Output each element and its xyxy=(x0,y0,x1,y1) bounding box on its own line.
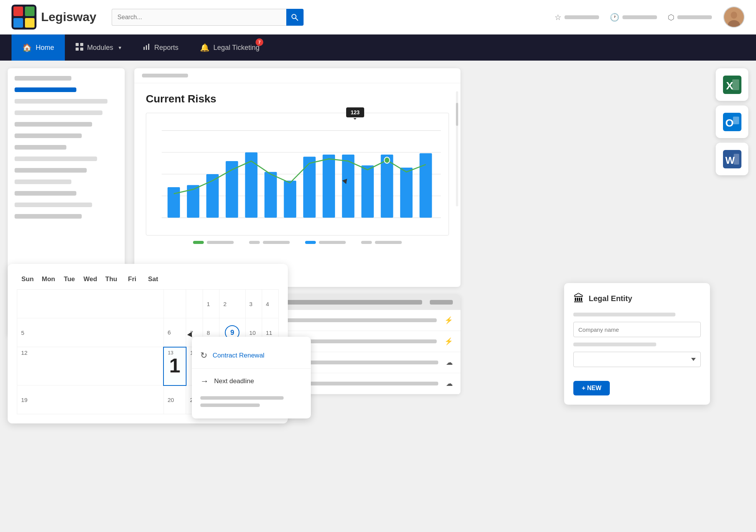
svg-rect-27 xyxy=(264,172,277,217)
legend-label xyxy=(375,241,402,244)
legal-entity-panel: 🏛 Legal Entity + NEW xyxy=(564,283,710,405)
svg-rect-39 xyxy=(732,79,739,90)
cal-day-mon: Mon xyxy=(38,273,59,285)
legend-label xyxy=(319,241,346,244)
logo-area: Legisway xyxy=(12,5,96,30)
cal-cell-20[interactable]: 20 xyxy=(163,385,186,414)
nav-item-home[interactable]: 🏠 Home xyxy=(12,35,65,61)
svg-rect-45 xyxy=(734,154,739,165)
nav-legal-ticketing-label: Legal Ticketing xyxy=(213,44,259,52)
new-entity-button[interactable]: + NEW xyxy=(573,381,610,395)
cal-cell-6[interactable]: 6 xyxy=(163,318,186,347)
calendar-popup: ↻ Contract Renewal → Next deadline xyxy=(192,337,311,418)
cal-cell-2[interactable]: 2 xyxy=(219,290,245,318)
search-input[interactable] xyxy=(112,9,286,26)
legend-item-bar xyxy=(305,241,346,244)
avatar-image xyxy=(724,7,744,27)
cal-day-fri: Fri xyxy=(122,273,143,285)
next-deadline-label: Next deadline xyxy=(214,377,254,385)
svg-rect-10 xyxy=(76,43,79,46)
sidebar-subitem[interactable] xyxy=(15,99,107,104)
sidebar-subitem[interactable] xyxy=(15,110,102,115)
cal-cell-19[interactable]: 19 xyxy=(17,385,164,414)
modules-icon xyxy=(76,43,83,53)
chart-tooltip: 123 xyxy=(346,107,364,117)
svg-rect-42 xyxy=(733,117,739,124)
sidebar-item[interactable] xyxy=(15,76,71,81)
legend-label xyxy=(263,241,290,244)
cal-cell xyxy=(163,290,186,318)
excel-export-button[interactable]: X xyxy=(716,68,748,101)
contract-renewal-link[interactable]: Contract Renewal xyxy=(213,352,264,359)
clock-icon: 🕐 xyxy=(610,13,619,22)
svg-rect-30 xyxy=(323,155,335,218)
legend-dot-gray xyxy=(249,241,260,244)
bookmark-label xyxy=(565,15,599,19)
svg-rect-16 xyxy=(148,44,149,50)
legend-item-line xyxy=(193,241,234,244)
sidebar-item[interactable] xyxy=(15,191,76,196)
outlook-export-button[interactable]: O xyxy=(716,105,748,138)
sidebar-item[interactable] xyxy=(15,122,92,127)
popup-next-deadline[interactable]: → Next deadline xyxy=(192,370,311,392)
cal-day-tue: Tue xyxy=(59,273,80,285)
chart-legend xyxy=(146,241,449,250)
scrollbar-track[interactable] xyxy=(456,91,458,206)
cal-cell xyxy=(17,290,164,318)
notification-badge: 7 xyxy=(256,38,263,46)
field-placeholder xyxy=(573,343,656,346)
bookmark-item[interactable]: ☆ xyxy=(555,13,599,22)
lightning-icon: ⚡ xyxy=(444,337,453,346)
company-name-input[interactable] xyxy=(573,322,701,337)
nav-home-label: Home xyxy=(36,44,54,52)
scrollbar-thumb[interactable] xyxy=(456,103,458,126)
arrow-icon: → xyxy=(200,376,209,386)
main-area: Current Risks 123 xyxy=(0,61,756,532)
nav-item-modules[interactable]: Modules ▾ xyxy=(65,35,132,61)
word-icon: W xyxy=(723,150,741,168)
search-button[interactable] xyxy=(286,9,304,26)
bookmark-icon: ☆ xyxy=(555,13,561,22)
table-header-cell xyxy=(430,300,453,305)
svg-rect-4 xyxy=(25,18,35,28)
cal-cell-1[interactable]: 1 xyxy=(203,290,219,318)
cal-cell-5[interactable]: 5 xyxy=(17,318,164,347)
avatar[interactable] xyxy=(723,7,744,28)
svg-rect-13 xyxy=(80,48,83,51)
popup-contract-renewal[interactable]: ↻ Contract Renewal xyxy=(192,344,311,367)
dropdown-wrapper xyxy=(573,352,701,374)
building-icon: 🏛 xyxy=(573,292,584,305)
sidebar-item[interactable] xyxy=(15,145,66,150)
cal-cell-12[interactable]: 12 xyxy=(17,347,164,385)
svg-text:O: O xyxy=(725,117,734,129)
svg-rect-12 xyxy=(76,48,79,51)
svg-rect-31 xyxy=(342,155,354,218)
cal-day-sat: Sat xyxy=(143,273,164,285)
cal-cell-3[interactable]: 3 xyxy=(245,290,262,318)
sidebar-item[interactable] xyxy=(15,203,92,207)
sidebar-item[interactable] xyxy=(15,180,71,184)
share-item[interactable]: ⬡ xyxy=(668,13,712,22)
popup-placeholder-line xyxy=(200,396,284,400)
nav-item-reports[interactable]: Reports xyxy=(132,35,189,61)
cal-cell-today[interactable]: 13 1 xyxy=(163,347,186,385)
top-icon-group: ☆ 🕐 ⬡ xyxy=(555,13,712,22)
nav-item-legal-ticketing[interactable]: 🔔 7 Legal Ticketing xyxy=(189,35,270,61)
logo-icon xyxy=(12,5,36,30)
svg-point-36 xyxy=(384,157,390,163)
svg-rect-1 xyxy=(13,7,23,16)
svg-point-8 xyxy=(731,12,737,19)
clock-item[interactable]: 🕐 xyxy=(610,13,657,22)
popup-placeholder-line xyxy=(200,404,260,407)
panel-header xyxy=(134,68,461,83)
word-export-button[interactable]: W xyxy=(716,143,748,175)
sidebar-item[interactable] xyxy=(15,156,97,161)
svg-rect-26 xyxy=(245,152,258,217)
sidebar-item[interactable] xyxy=(15,214,82,219)
cal-cell-4[interactable]: 4 xyxy=(262,290,278,318)
field-placeholder xyxy=(573,313,675,316)
sidebar-item[interactable] xyxy=(15,168,87,173)
sidebar-item-active[interactable] xyxy=(15,87,76,92)
sidebar-item[interactable] xyxy=(15,133,82,138)
entity-dropdown[interactable] xyxy=(573,352,701,367)
